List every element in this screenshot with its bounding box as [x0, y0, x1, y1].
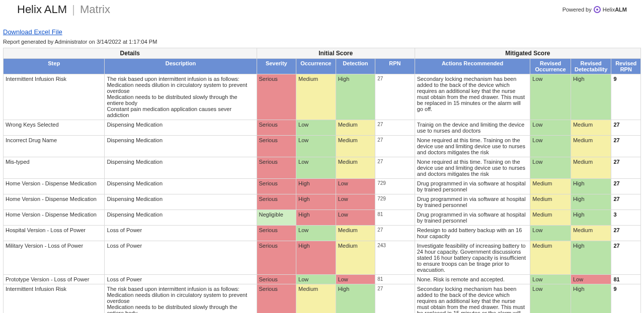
table-row: Hospital Version - Loss of PowerLoss of …	[4, 226, 641, 241]
cell-step: Prototype Version - Loss of Power	[4, 275, 105, 284]
table-row: Mis-typedDispensing MedicationSeriousLow…	[4, 157, 641, 179]
cell-rpn: 243	[375, 241, 415, 275]
cell-detection: Low	[336, 210, 375, 226]
cell-description: The risk based upon intermittent infusio…	[105, 74, 257, 120]
cell-severity: Serious	[257, 120, 296, 136]
group-header-details: Details	[4, 48, 257, 59]
cell-rev-detectability: Medium	[571, 120, 611, 136]
cell-rev-rpn: 9	[611, 284, 641, 314]
cell-rev-rpn: 81	[611, 275, 641, 284]
cell-rev-detectability: Low	[571, 275, 611, 284]
cell-step: Mis-typed	[4, 157, 105, 179]
cell-actions: Redesign to add battery backup with an 1…	[415, 226, 530, 241]
col-rev-occurrence: Revised Occurrence	[530, 59, 571, 74]
cell-occurrence: High	[296, 210, 336, 226]
cell-rev-rpn: 27	[611, 120, 641, 136]
powered-by-label: Powered by	[562, 7, 592, 13]
cell-step: Incorrect Drug Name	[4, 136, 105, 157]
powered-by-brand: HelixALM	[603, 7, 627, 13]
cell-rev-detectability: Medium	[571, 226, 611, 241]
cell-rev-rpn: 27	[611, 241, 641, 275]
cell-detection: Low	[336, 275, 375, 284]
cell-actions: Secondary locking mechanism has been add…	[415, 74, 530, 120]
cell-occurrence: High	[296, 194, 336, 210]
cell-step: Home Version - Dispense Medication	[4, 179, 105, 194]
cell-severity: Negligible	[257, 210, 296, 226]
cell-rev-detectability: High	[571, 179, 611, 194]
cell-step: Home Version - Dispense Medication	[4, 194, 105, 210]
cell-occurrence: Low	[296, 157, 336, 179]
table-row: Wrong Keys SelectedDispensing Medication…	[4, 120, 641, 136]
cell-rev-rpn: 9	[611, 74, 641, 120]
col-detection: Detection	[336, 59, 375, 74]
cell-rev-occurrence: Low	[530, 275, 571, 284]
group-header-mitigated: Mitigated Score	[415, 48, 640, 59]
table-row: Intermittent Infusion RiskThe risk based…	[4, 74, 641, 120]
cell-description: Loss of Power	[105, 275, 257, 284]
cell-description: The risk based upon intermittent infusio…	[105, 284, 257, 314]
cell-detection: Medium	[336, 120, 375, 136]
cell-detection: High	[336, 284, 375, 314]
cell-detection: Medium	[336, 136, 375, 157]
cell-step: Home Version - Dispense Medication	[4, 210, 105, 226]
cell-rpn: 81	[375, 210, 415, 226]
cell-rpn: 27	[375, 136, 415, 157]
cell-detection: Low	[336, 194, 375, 210]
brand-part-b: ALM	[615, 7, 627, 13]
cell-occurrence: High	[296, 241, 336, 275]
cell-description: Dispensing Medication	[105, 179, 257, 194]
cell-rev-rpn: 27	[611, 226, 641, 241]
table-row: Incorrect Drug NameDispensing Medication…	[4, 136, 641, 157]
cell-actions: None. Risk is remote and accepted.	[415, 275, 530, 284]
cell-rpn: 27	[375, 284, 415, 314]
cell-rev-occurrence: Medium	[530, 179, 571, 194]
cell-rev-occurrence: Low	[530, 136, 571, 157]
app-name: Helix ALM	[17, 3, 67, 16]
download-excel-link[interactable]: Download Excel File	[3, 28, 62, 36]
brand-part-a: Helix	[603, 7, 615, 13]
cell-severity: Serious	[257, 179, 296, 194]
group-header-initial: Initial Score	[257, 48, 415, 59]
col-severity: Severity	[257, 59, 296, 74]
cell-rev-occurrence: Medium	[530, 210, 571, 226]
cell-description: Loss of Power	[105, 226, 257, 241]
cell-actions: Drug programmed in via software at hospi…	[415, 210, 530, 226]
helix-logo-icon	[594, 6, 601, 13]
cell-rev-rpn: 27	[611, 157, 641, 179]
cell-rpn: 729	[375, 194, 415, 210]
cell-rev-occurrence: Medium	[530, 194, 571, 210]
cell-rpn: 27	[375, 120, 415, 136]
table-row: Home Version - Dispense MedicationDispen…	[4, 210, 641, 226]
cell-rev-detectability: High	[571, 284, 611, 314]
page-title: Helix ALM | Matrix	[17, 3, 110, 16]
page-header: Helix ALM | Matrix Powered by HelixALM	[3, 2, 641, 19]
col-occurrence: Occurrence	[296, 59, 336, 74]
cell-severity: Serious	[257, 157, 296, 179]
cell-actions: None required at this time. Training on …	[415, 136, 530, 157]
cell-rev-occurrence: Low	[530, 284, 571, 314]
table-row: Intermittent Infusion RiskThe risk based…	[4, 284, 641, 314]
cell-rev-rpn: 27	[611, 194, 641, 210]
powered-by: Powered by HelixALM	[562, 6, 627, 13]
cell-occurrence: Low	[296, 226, 336, 241]
col-rpn: RPN	[375, 59, 415, 74]
cell-actions: Secondary locking mechanism has been add…	[415, 284, 530, 314]
cell-occurrence: Low	[296, 136, 336, 157]
cell-rpn: 729	[375, 179, 415, 194]
cell-step: Hospital Version - Loss of Power	[4, 226, 105, 241]
cell-rev-rpn: 27	[611, 136, 641, 157]
table-row: Home Version - Dispense MedicationDispen…	[4, 194, 641, 210]
cell-description: Dispensing Medication	[105, 136, 257, 157]
cell-rev-occurrence: Low	[530, 120, 571, 136]
cell-actions: None required at this time. Training on …	[415, 157, 530, 179]
cell-occurrence: Low	[296, 120, 336, 136]
cell-rev-detectability: Medium	[571, 136, 611, 157]
cell-detection: Medium	[336, 241, 375, 275]
page-name: Matrix	[80, 3, 110, 16]
cell-actions: Drug programmed in via software at hospi…	[415, 179, 530, 194]
cell-rev-rpn: 27	[611, 179, 641, 194]
table-row: Military Version - Loss of PowerLoss of …	[4, 241, 641, 275]
cell-description: Dispensing Medication	[105, 157, 257, 179]
cell-occurrence: Low	[296, 275, 336, 284]
cell-severity: Serious	[257, 136, 296, 157]
